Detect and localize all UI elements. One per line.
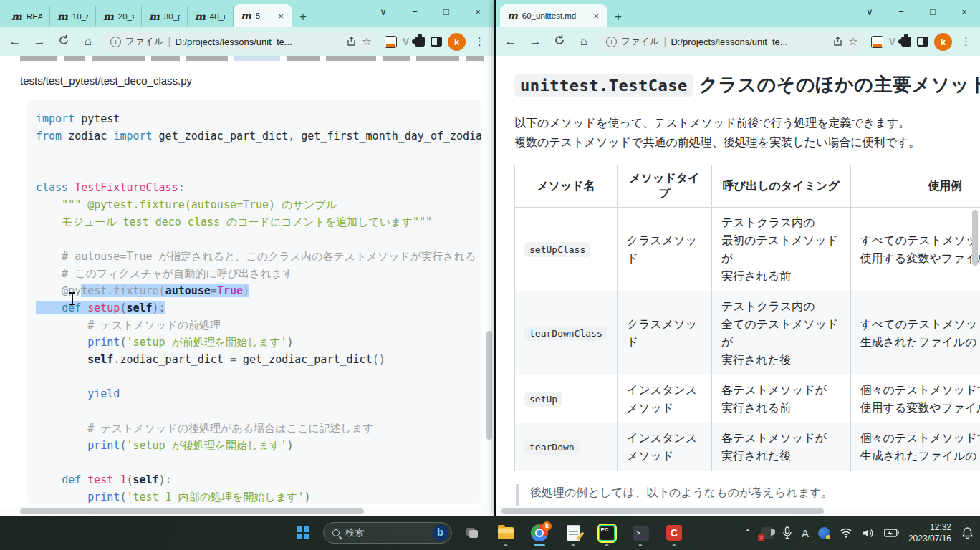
close-button[interactable]: × xyxy=(462,0,494,24)
heading-code-span: unittest.TestCase xyxy=(514,74,693,97)
profile-badge: k xyxy=(542,521,552,531)
site-info-icon[interactable]: i xyxy=(110,37,121,47)
home-button[interactable]: ⌂ xyxy=(79,34,97,49)
taskbar-search-box[interactable]: 検索 xyxy=(323,522,452,544)
pycharm-icon xyxy=(599,525,615,541)
new-tab-button[interactable]: + xyxy=(292,9,314,27)
terminal-icon: >_ xyxy=(633,526,649,541)
battery-icon[interactable] xyxy=(884,529,899,537)
notepad-icon xyxy=(567,525,580,541)
tab-search-button[interactable]: ∨ xyxy=(368,0,399,24)
browser-menu-icon[interactable]: ⋮ xyxy=(471,35,488,48)
new-tab-button[interactable]: + xyxy=(607,9,629,27)
table-row: tearDownClassクラスメソッドテストクラス内の全てのテストメソッドが実… xyxy=(515,291,980,375)
clock-time: 12:32 xyxy=(908,521,951,533)
method-name-code: setUpClass xyxy=(524,242,590,257)
tray-app-badge-icon[interactable] xyxy=(761,527,773,539)
side-panel-icon[interactable] xyxy=(917,37,928,47)
table-row: tearDownインスタンスメソッド各テストメソッドが実行された後個々のテストメ… xyxy=(515,423,980,471)
table-cell: tearDownClass xyxy=(515,291,618,375)
wifi-icon[interactable] xyxy=(840,528,852,538)
tab-5[interactable]: m5× xyxy=(234,4,292,27)
start-button[interactable] xyxy=(289,518,317,547)
file-explorer-button[interactable] xyxy=(492,518,519,547)
tab-2[interactable]: m20_zo xyxy=(96,6,142,27)
tab-4[interactable]: m40_u xyxy=(188,6,234,27)
profile-avatar[interactable]: k xyxy=(448,33,466,51)
tab-close-icon[interactable]: × xyxy=(592,11,600,21)
markdown-viewer-extension-icon[interactable] xyxy=(871,36,883,48)
table-header-cell: 使用例 xyxy=(850,165,980,208)
tray-overflow-chevron-icon[interactable]: ⌃ xyxy=(744,528,751,538)
maximize-button[interactable]: □ xyxy=(431,0,462,24)
table-cell: setUp xyxy=(515,375,618,423)
back-button[interactable]: ← xyxy=(6,34,24,49)
blockquote-lead: 後処理の例としては、以下のようなものが考えられます。 xyxy=(530,486,980,501)
clibor-icon: C xyxy=(666,525,682,541)
extensions-puzzle-icon[interactable] xyxy=(415,37,425,47)
table-cell: 個々のテストメソッドで使用する変数やファイルを xyxy=(850,375,980,423)
pycharm-button[interactable] xyxy=(593,518,620,547)
bookmark-star-icon[interactable]: ☆ xyxy=(848,35,858,48)
tab-60-unittest[interactable]: m 60_unittest.md × xyxy=(500,4,607,27)
maximize-button[interactable]: □ xyxy=(917,0,948,24)
minimize-button[interactable]: − xyxy=(885,0,917,24)
table-cell: クラスメソッド xyxy=(617,208,711,291)
home-button[interactable]: ⌂ xyxy=(575,34,593,49)
site-info-icon[interactable]: i xyxy=(606,37,617,47)
markdown-file-icon: m xyxy=(11,11,22,21)
markdown-file-icon: m xyxy=(507,11,518,21)
table-cell: 各テストメソッドが実行された後 xyxy=(712,423,851,471)
tab-search-button[interactable]: ∨ xyxy=(854,0,885,24)
clock-date: 2023/07/16 xyxy=(908,533,951,544)
reload-button[interactable] xyxy=(54,34,73,49)
ime-mode-indicator[interactable]: A xyxy=(802,527,809,539)
extensions-puzzle-icon[interactable] xyxy=(901,37,911,47)
clock[interactable]: 12:32 2023/07/16 xyxy=(908,521,951,544)
bookmark-star-icon[interactable]: ☆ xyxy=(362,35,371,48)
back-button[interactable]: ← xyxy=(501,34,520,49)
file-path-heading: tests/test_pytest/test_deco_class.py xyxy=(20,74,192,87)
notepad-button[interactable] xyxy=(559,518,587,547)
method-name-code: tearDownClass xyxy=(524,326,607,341)
vertical-scrollbar-left[interactable] xyxy=(484,56,494,506)
reload-button[interactable] xyxy=(550,34,569,49)
page-content-left: tests/test_pytest/test_deco_class.py imp… xyxy=(0,56,494,516)
markdown-file-icon: m xyxy=(241,11,251,21)
windows-logo-icon xyxy=(297,526,309,539)
forward-button[interactable]: → xyxy=(30,34,49,49)
vertical-scrollbar-right[interactable] xyxy=(970,56,980,506)
minimize-button[interactable]: − xyxy=(399,0,431,24)
tray-sphere-icon[interactable] xyxy=(818,527,830,539)
tab-1[interactable]: m10_al xyxy=(50,6,96,27)
share-icon[interactable] xyxy=(832,36,844,47)
browser-menu-icon[interactable]: ⋮ xyxy=(958,35,974,48)
address-bar[interactable]: i ファイル | D:/projects/lessons/unit_te... … xyxy=(103,32,379,52)
table-cell: テストクラス内の全てのテストメソッドが実行された後 xyxy=(712,291,851,375)
v-extension-icon[interactable]: V xyxy=(403,36,409,47)
url-text: D:/projects/lessons/unit_te... xyxy=(671,37,828,47)
notification-bell-icon[interactable]: z xyxy=(961,526,974,540)
tab-3[interactable]: m30_p xyxy=(142,6,188,27)
profile-avatar[interactable]: k xyxy=(934,33,952,51)
microphone-icon[interactable] xyxy=(782,526,792,539)
tab-0[interactable]: mREAD xyxy=(4,6,50,27)
search-icon xyxy=(332,529,340,536)
share-icon[interactable] xyxy=(346,36,357,47)
horizontal-scrollbar-right[interactable] xyxy=(496,506,980,516)
close-button[interactable]: × xyxy=(948,0,980,24)
markdown-viewer-extension-icon[interactable] xyxy=(385,36,397,48)
clibor-button[interactable]: C xyxy=(660,518,688,547)
address-bar[interactable]: i ファイル | D:/projects/lessons/unit_te... … xyxy=(599,32,865,52)
table-cell: setUpClass xyxy=(515,208,618,291)
reload-icon xyxy=(58,34,69,46)
v-extension-icon[interactable]: V xyxy=(889,36,895,47)
speaker-icon[interactable] xyxy=(862,528,875,539)
forward-button[interactable]: → xyxy=(526,34,544,49)
horizontal-scrollbar-left[interactable] xyxy=(0,506,494,516)
task-view-button[interactable] xyxy=(458,518,486,547)
terminal-button[interactable]: >_ xyxy=(627,518,654,547)
side-panel-icon[interactable] xyxy=(431,37,442,47)
tab-close-icon[interactable]: × xyxy=(277,11,285,21)
chrome-button[interactable]: k xyxy=(526,518,553,547)
